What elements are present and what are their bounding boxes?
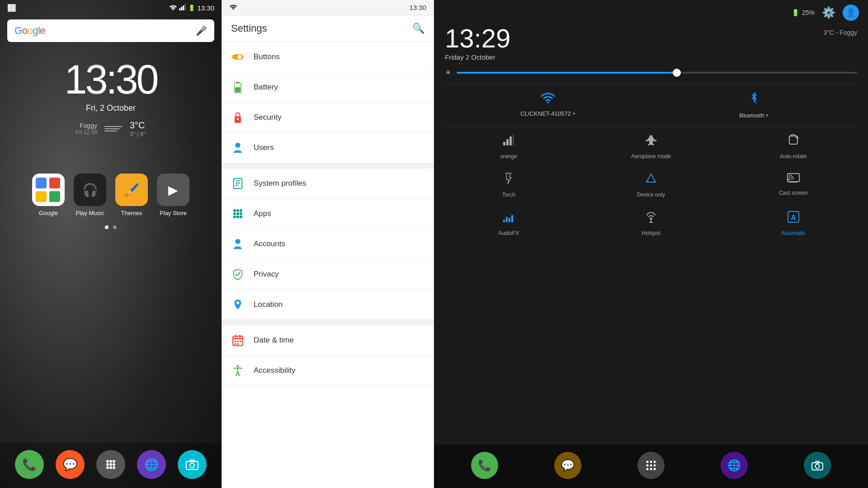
settings-item-privacy[interactable]: Privacy bbox=[222, 259, 434, 290]
app-play-store[interactable]: ▶ Play Store bbox=[157, 174, 189, 216]
status-time: 13:30 bbox=[197, 4, 214, 12]
svg-point-14 bbox=[190, 463, 194, 468]
notif-dock-camera[interactable] bbox=[804, 452, 831, 479]
accessibility-label: Accessibility bbox=[254, 366, 296, 375]
page-dot-2[interactable] bbox=[113, 225, 117, 229]
quick-tiles-grid: orange Aeroplane mode Auto-rotate bbox=[434, 127, 868, 242]
brightness-slider[interactable] bbox=[457, 72, 857, 74]
svg-rect-3 bbox=[184, 4, 186, 10]
svg-point-11 bbox=[109, 466, 112, 469]
quick-tile-auto-rotate[interactable]: Auto-rotate bbox=[722, 127, 864, 165]
mic-icon[interactable]: 🎤 bbox=[196, 25, 207, 36]
svg-point-35 bbox=[236, 216, 239, 218]
quick-tile-device-only[interactable]: Device only bbox=[580, 165, 722, 203]
notif-time-weather-row: 13:29 Friday 2 October 3°C - Foggy bbox=[434, 25, 868, 65]
settings-item-users[interactable]: Users bbox=[222, 133, 434, 163]
location-label: Location bbox=[254, 300, 283, 309]
dock-browser[interactable]: 🌐 bbox=[137, 450, 166, 479]
battery-icon-notif: 🔋 bbox=[792, 9, 799, 16]
orange-label: orange bbox=[500, 153, 517, 160]
dock-camera[interactable] bbox=[178, 450, 207, 479]
themes-icon: 🖌️ bbox=[115, 174, 148, 206]
svg-point-33 bbox=[240, 212, 242, 215]
settings-status-bar: 13:30 bbox=[222, 0, 434, 15]
weather-icon bbox=[104, 126, 123, 131]
notif-dock-apps[interactable] bbox=[637, 452, 665, 479]
settings-item-date-time[interactable]: Date & time bbox=[222, 325, 434, 356]
bluetooth-toggle[interactable]: Bluetooth ▾ bbox=[651, 92, 857, 119]
app-play-music[interactable]: 🎧 Play Music bbox=[74, 174, 106, 216]
settings-search-icon[interactable]: 🔍 bbox=[412, 23, 425, 34]
svg-point-23 bbox=[235, 143, 240, 148]
svg-point-10 bbox=[106, 466, 109, 469]
audiofx-icon bbox=[502, 211, 515, 226]
app-google[interactable]: Google bbox=[32, 174, 65, 216]
svg-point-5 bbox=[109, 460, 112, 463]
quick-tile-hotspot[interactable]: Hotspot bbox=[580, 203, 722, 242]
svg-rect-61 bbox=[789, 182, 798, 183]
svg-point-37 bbox=[235, 239, 240, 244]
accessibility-icon bbox=[231, 364, 245, 377]
svg-rect-65 bbox=[509, 218, 510, 222]
app-themes[interactable]: 🖌️ Themes bbox=[115, 174, 148, 216]
settings-item-system-profiles[interactable]: System profiles bbox=[222, 169, 434, 199]
wifi-chevron-icon: ▾ bbox=[573, 111, 576, 117]
settings-item-location[interactable]: Location bbox=[222, 290, 434, 320]
home-status-bar: ⬜ 🔋 13:30 bbox=[0, 0, 222, 16]
weather-range: 3° | 8° bbox=[130, 131, 146, 137]
settings-item-battery[interactable]: Battery bbox=[222, 72, 434, 103]
quick-tile-automatic[interactable]: A Automatic bbox=[722, 203, 864, 242]
weather-condition: Foggy bbox=[76, 122, 97, 129]
settings-item-accounts[interactable]: Accounts bbox=[222, 229, 434, 259]
aeroplane-icon bbox=[645, 134, 657, 150]
settings-item-security[interactable]: Security bbox=[222, 103, 434, 133]
settings-gear-icon[interactable]: ⚙️ bbox=[822, 6, 835, 19]
notif-dock-browser[interactable]: 🌐 bbox=[721, 452, 748, 479]
notif-dock-phone[interactable]: 📞 bbox=[471, 452, 498, 479]
dock-messages[interactable]: 💬 bbox=[56, 450, 85, 479]
users-icon bbox=[231, 141, 245, 155]
dock-apps[interactable] bbox=[96, 450, 125, 479]
settings-item-accessibility[interactable]: Accessibility bbox=[222, 356, 434, 386]
quick-tile-torch[interactable]: Torch bbox=[438, 165, 580, 203]
battery-icon bbox=[231, 80, 245, 94]
quick-tile-cast-screen[interactable]: Cast screen bbox=[722, 165, 864, 203]
svg-point-31 bbox=[233, 212, 236, 215]
notif-dock-messages[interactable]: 💬 bbox=[554, 452, 581, 479]
home-date-display: Fri, 2 October bbox=[0, 103, 222, 113]
google-logo: Google bbox=[14, 25, 45, 37]
google-search-bar[interactable]: Google 🎤 bbox=[7, 19, 214, 42]
quick-tile-aeroplane[interactable]: Aeroplane mode bbox=[580, 127, 722, 165]
settings-screen: 13:30 Settings 🔍 Buttons bbox=[222, 0, 434, 488]
brightness-row: ☀ bbox=[434, 65, 868, 84]
privacy-icon bbox=[231, 267, 245, 281]
user-avatar[interactable]: 👤 bbox=[843, 5, 859, 21]
dock-phone[interactable]: 📞 bbox=[15, 450, 44, 479]
settings-status-time: 13:30 bbox=[409, 4, 426, 11]
auto-rotate-label: Auto-rotate bbox=[780, 153, 807, 160]
settings-item-apps[interactable]: Apps bbox=[222, 199, 434, 229]
notif-date-display: Friday 2 October bbox=[445, 53, 510, 61]
security-label: Security bbox=[254, 113, 281, 122]
svg-point-48 bbox=[237, 365, 239, 367]
svg-point-30 bbox=[240, 209, 242, 212]
weather-temp: 3°C bbox=[130, 120, 146, 131]
notif-dock: 📞 💬 🌐 bbox=[434, 445, 868, 488]
settings-item-buttons[interactable]: Buttons bbox=[222, 42, 434, 72]
svg-rect-63 bbox=[503, 220, 505, 222]
accounts-icon bbox=[231, 237, 245, 251]
home-dock: 📞 💬 🌐 bbox=[0, 443, 222, 488]
home-apps-grid: Google 🎧 Play Music 🖌️ Themes ▶ Play Sto… bbox=[0, 174, 222, 216]
section-divider-1 bbox=[222, 163, 434, 169]
app-play-music-label: Play Music bbox=[76, 210, 104, 216]
orange-signal-icon bbox=[502, 134, 515, 150]
quick-tile-orange[interactable]: orange bbox=[438, 127, 580, 165]
quick-tile-audiofx[interactable]: AudioFX bbox=[438, 203, 580, 242]
wifi-toggle[interactable]: CLICKNET-410572 ▾ bbox=[445, 92, 651, 119]
notif-clock-section: 13:29 Friday 2 October bbox=[445, 25, 510, 61]
svg-point-72 bbox=[646, 461, 649, 463]
page-dot-1[interactable] bbox=[105, 225, 108, 229]
bluetooth-name: Bluetooth bbox=[740, 112, 764, 119]
svg-point-8 bbox=[109, 463, 112, 466]
app-play-store-label: Play Store bbox=[160, 210, 187, 216]
